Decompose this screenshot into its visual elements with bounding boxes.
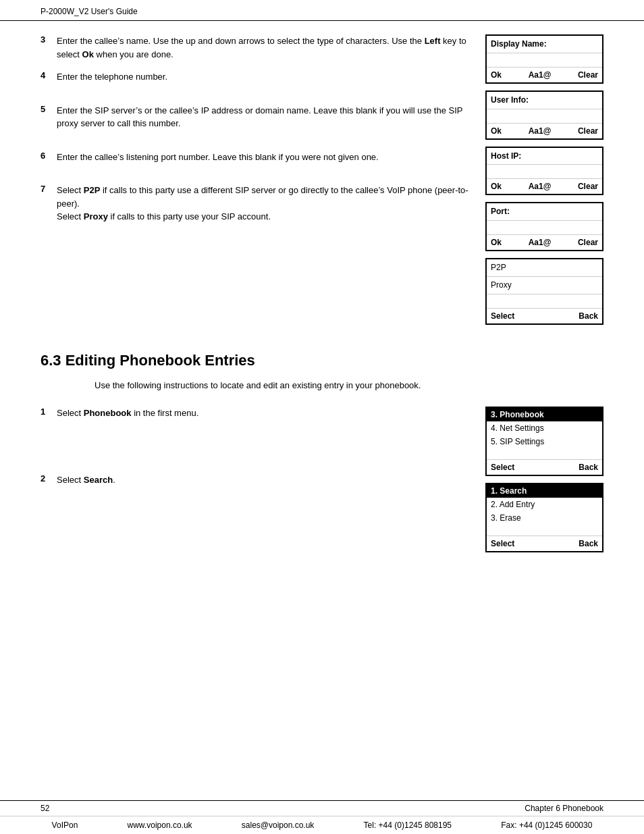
chapter-label: Chapter 6 Phonebook (525, 804, 603, 813)
search-menu-item-1: 1. Search (487, 484, 602, 498)
step-5-number: 5 (41, 104, 51, 130)
page-header: P-2000W_V2 User's Guide (0, 0, 644, 21)
editing-right: 3. Phonebook 4. Net Settings 5. SIP Sett… (485, 407, 603, 559)
p2p-item: P2P (487, 259, 602, 277)
display-name-label: Display Name: (487, 36, 602, 53)
port-panel: Port: Ok Aa1@ Clear (485, 202, 603, 251)
step-3-text: Enter the callee’s name. Use the up and … (57, 34, 472, 61)
search-menu-item-2: 2. Add Entry (487, 498, 602, 511)
ok-button-3: Ok (491, 182, 502, 191)
phonebook-menu-panel: 3. Phonebook 4. Net Settings 5. SIP Sett… (485, 407, 603, 476)
p2p-proxy-buttons: Select Back (487, 308, 602, 323)
footer-email: sales@voipon.co.uk (242, 820, 315, 830)
aa1-button-2: Aa1@ (529, 126, 552, 136)
footer-fax: Fax: +44 (0)1245 600030 (501, 820, 592, 830)
search-select-btn: Select (491, 539, 514, 548)
footer-tel: Tel: +44 (0)1245 808195 (364, 820, 452, 830)
step-5-text: Enter the SIP server’s or the callee’s I… (57, 104, 472, 130)
clear-button-2: Clear (578, 126, 598, 136)
footer-contact: VoIPon www.voipon.co.uk sales@voipon.co.… (0, 816, 644, 834)
phonebook-menu-item-4: 4. Net Settings (487, 421, 602, 435)
host-ip-panel: Host IP: Ok Aa1@ Clear (485, 147, 603, 196)
phonebook-menu-item-5: 5. SIP Settings (487, 435, 602, 448)
host-ip-buttons: Ok Aa1@ Clear (487, 178, 602, 194)
step-7: 7 Select P2P if calls to this party use … (41, 184, 472, 224)
step-7-number: 7 (41, 184, 51, 224)
user-info-buttons: Ok Aa1@ Clear (487, 123, 602, 138)
editing-steps-section: 1 Select Phonebook in the first menu. 2 … (41, 407, 603, 559)
aa1-button-4: Aa1@ (529, 238, 552, 247)
main-content: 3 Enter the callee’s name. Use the up an… (0, 21, 644, 559)
step-6-number: 6 (41, 151, 51, 164)
edit-step-2-text: Select Search. (57, 473, 115, 487)
ok-button-4: Ok (491, 238, 502, 247)
header-title: P-2000W_V2 User's Guide (41, 7, 138, 16)
editing-left: 1 Select Phonebook in the first menu. 2 … (41, 407, 472, 559)
user-info-panel: User Info: Ok Aa1@ Clear (485, 90, 603, 140)
phonebook-menu-footer: Select Back (487, 459, 602, 475)
footer-page-info: 52 Chapter 6 Phonebook (0, 801, 644, 816)
page-footer: 52 Chapter 6 Phonebook VoIPon www.voipon… (0, 800, 644, 834)
step-3: 3 Enter the callee’s name. Use the up an… (41, 34, 472, 61)
aa1-button-1: Aa1@ (529, 70, 552, 80)
search-menu-panel: 1. Search 2. Add Entry 3. Erase Select B… (485, 483, 603, 552)
phonebook-select-btn: Select (491, 463, 514, 472)
steps-right: Display Name: Ok Aa1@ Clear User Info: O… (485, 34, 603, 332)
clear-button-3: Clear (578, 182, 598, 191)
step-7-text: Select P2P if calls to this party use a … (57, 184, 472, 224)
back-button-p2p: Back (579, 311, 598, 321)
ok-button-2: Ok (491, 126, 502, 136)
steps-left: 3 Enter the callee’s name. Use the up an… (41, 34, 472, 332)
search-back-btn: Back (579, 539, 598, 548)
display-name-buttons: Ok Aa1@ Clear (487, 67, 602, 82)
user-info-label: User Info: (487, 92, 602, 109)
step-4: 4 Enter the telephone number. (41, 70, 472, 84)
edit-step-1-text: Select Phonebook in the first menu. (57, 407, 198, 420)
host-ip-label: Host IP: (487, 148, 602, 165)
section-63-desc: Use the following instructions to locate… (95, 380, 603, 390)
phonebook-back-btn: Back (579, 463, 598, 472)
port-label: Port: (487, 203, 602, 221)
port-buttons: Ok Aa1@ Clear (487, 234, 602, 250)
step-6-text: Enter the callee’s listening port number… (57, 151, 379, 164)
section-63-heading: 6.3 Editing Phonebook Entries (41, 352, 603, 369)
p2p-proxy-panel: P2P Proxy Select Back (485, 258, 603, 325)
step-6: 6 Enter the callee’s listening port numb… (41, 151, 472, 164)
edit-step-2-number: 2 (41, 473, 51, 487)
step-4-text: Enter the telephone number. (57, 70, 167, 84)
steps-section: 3 Enter the callee’s name. Use the up an… (41, 34, 603, 332)
phonebook-menu-item-3: 3. Phonebook (487, 408, 602, 421)
select-button-p2p: Select (491, 311, 514, 321)
page-number: 52 (41, 804, 49, 813)
edit-step-1: 1 Select Phonebook in the first menu. (41, 407, 472, 420)
edit-step-2: 2 Select Search. (41, 473, 472, 487)
search-menu-footer: Select Back (487, 536, 602, 551)
step-3-number: 3 (41, 34, 51, 61)
footer-website: www.voipon.co.uk (128, 820, 192, 830)
display-name-panel: Display Name: Ok Aa1@ Clear (485, 34, 603, 84)
step-4-number: 4 (41, 70, 51, 84)
aa1-button-3: Aa1@ (529, 182, 552, 191)
ok-button-1: Ok (491, 70, 502, 80)
clear-button-1: Clear (578, 70, 598, 80)
step-5: 5 Enter the SIP server’s or the callee’s… (41, 104, 472, 130)
proxy-item: Proxy (487, 277, 602, 294)
clear-button-4: Clear (578, 238, 598, 247)
edit-step-1-number: 1 (41, 407, 51, 420)
footer-company: VoIPon (52, 820, 78, 830)
search-menu-item-3: 3. Erase (487, 511, 602, 525)
